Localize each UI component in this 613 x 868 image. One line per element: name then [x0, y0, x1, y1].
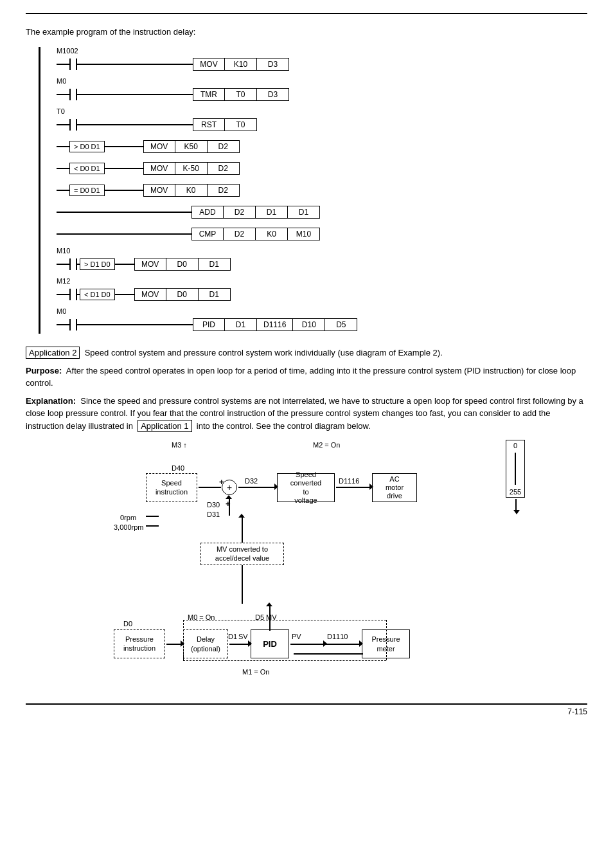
pressure-instruction-box: Pressureinstruction	[114, 629, 165, 658]
app1-ref-box: Application 1	[138, 420, 191, 432]
pid-box: PID	[251, 629, 289, 658]
control-diagram: 0 255 M3 ↑ M2 = On D40 Speedinstruction …	[82, 440, 531, 691]
orpm-label: 0rpm	[120, 514, 136, 521]
rung-label-1: M1002	[57, 47, 587, 55]
sum-junction-top: +	[222, 480, 237, 495]
d40-label: D40	[172, 464, 184, 472]
m3-label: M3 ↑	[172, 441, 187, 449]
ladder-diagram: M1002 MOV K10 D3 M0 TMR T0	[39, 47, 587, 334]
app2-description: Application 2 Speed control system and p…	[26, 347, 587, 359]
speed-converted-box: Speedconvertedtovoltage	[277, 473, 335, 502]
ac-motor-box: ACmotordrive	[372, 473, 417, 502]
application2-section: Application 2 Speed control system and p…	[26, 347, 587, 432]
speed-instruction-box: Speedinstruction	[146, 473, 197, 502]
explanation-paragraph: Explanation: Since the speed and pressur…	[26, 395, 587, 433]
mv-converted-box: MV converted toaccel/decel value	[200, 543, 284, 565]
page-number: 7-115	[26, 707, 587, 716]
d0-label: D0	[123, 620, 132, 628]
m2-on-label: M2 = On	[313, 441, 341, 449]
intro-text: The example program of the instruction d…	[26, 27, 587, 37]
orpm2-label: 3,000rpm	[114, 523, 143, 531]
m1-on-label: M1 = On	[242, 668, 270, 676]
delay-box: Delay (optional)	[183, 629, 228, 658]
purpose-paragraph: Purpose: After the speed control operate…	[26, 365, 587, 390]
app2-box: Application 2	[26, 347, 80, 359]
